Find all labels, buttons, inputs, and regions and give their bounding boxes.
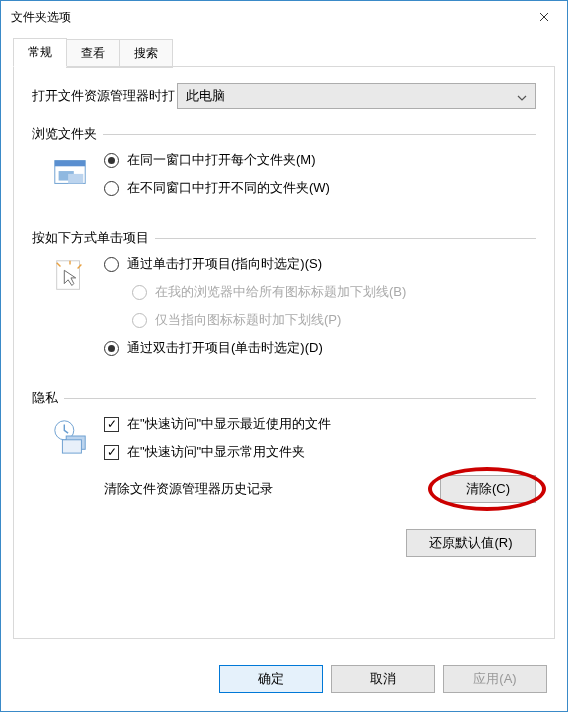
- restore-row: 还原默认值(R): [32, 529, 536, 557]
- radio-icon: [104, 257, 119, 272]
- radio-icon: [104, 181, 119, 196]
- tab-view[interactable]: 查看: [66, 39, 120, 68]
- click-cursor-icon: [50, 255, 90, 367]
- content-area: 常规 查看 搜索 打开文件资源管理器时打 此电脑 浏览文件夹: [1, 33, 567, 651]
- open-explorer-label: 打开文件资源管理器时打: [32, 87, 175, 105]
- history-icon: [50, 415, 90, 503]
- radio-double-click[interactable]: 通过双击打开项目(单击时选定)(D): [104, 339, 536, 357]
- svg-rect-1: [55, 161, 85, 167]
- tab-general[interactable]: 常规: [13, 38, 67, 67]
- close-button[interactable]: [521, 2, 567, 32]
- group-privacy: 隐私 在"快速访问": [32, 389, 536, 503]
- checkbox-frequent-folders[interactable]: 在"快速访问"中显示常用文件夹: [104, 443, 536, 461]
- radio-underline-all: 在我的浏览器中给所有图标标题加下划线(B): [104, 283, 536, 301]
- checkbox-icon: [104, 417, 119, 432]
- apply-button[interactable]: 应用(A): [443, 665, 547, 693]
- radio-icon: [104, 341, 119, 356]
- chevron-down-icon: [517, 89, 527, 104]
- clear-button[interactable]: 清除(C): [440, 475, 536, 503]
- checkbox-recent-files[interactable]: 在"快速访问"中显示最近使用的文件: [104, 415, 536, 433]
- open-explorer-select[interactable]: 此电脑: [177, 83, 536, 109]
- ok-button[interactable]: 确定: [219, 665, 323, 693]
- group-browse: 浏览文件夹 在同一窗: [32, 125, 536, 207]
- svg-rect-7: [62, 440, 81, 453]
- open-explorer-row: 打开文件资源管理器时打 此电脑: [32, 83, 536, 109]
- tab-search[interactable]: 搜索: [119, 39, 173, 68]
- group-privacy-title: 隐私: [32, 389, 536, 407]
- clear-history-label: 清除文件资源管理器历史记录: [104, 480, 440, 498]
- radio-icon: [132, 285, 147, 300]
- radio-icon: [132, 313, 147, 328]
- cancel-button[interactable]: 取消: [331, 665, 435, 693]
- restore-defaults-button[interactable]: 还原默认值(R): [406, 529, 536, 557]
- folder-options-window: 文件夹选项 常规 查看 搜索 打开文件资源管理器时打 此电脑: [0, 0, 568, 712]
- tab-strip: 常规 查看 搜索: [13, 41, 555, 67]
- group-click: 按如下方式单击项目 通过单击打开项目(指向时选定): [32, 229, 536, 367]
- group-click-title: 按如下方式单击项目: [32, 229, 536, 247]
- titlebar: 文件夹选项: [1, 1, 567, 33]
- select-value: 此电脑: [186, 87, 225, 105]
- radio-icon: [104, 153, 119, 168]
- dialog-footer: 确定 取消 应用(A): [1, 651, 567, 711]
- checkbox-icon: [104, 445, 119, 460]
- group-browse-title: 浏览文件夹: [32, 125, 536, 143]
- radio-same-window[interactable]: 在同一窗口中打开每个文件夹(M): [104, 151, 536, 169]
- radio-underline-point: 仅当指向图标标题时加下划线(P): [104, 311, 536, 329]
- svg-rect-3: [68, 174, 83, 184]
- radio-single-click[interactable]: 通过单击打开项目(指向时选定)(S): [104, 255, 536, 273]
- radio-different-window[interactable]: 在不同窗口中打开不同的文件夹(W): [104, 179, 536, 197]
- tab-panel-general: 打开文件资源管理器时打 此电脑 浏览文件夹: [13, 66, 555, 639]
- close-icon: [539, 12, 549, 22]
- window-title: 文件夹选项: [11, 9, 71, 26]
- browse-folder-icon: [50, 151, 90, 207]
